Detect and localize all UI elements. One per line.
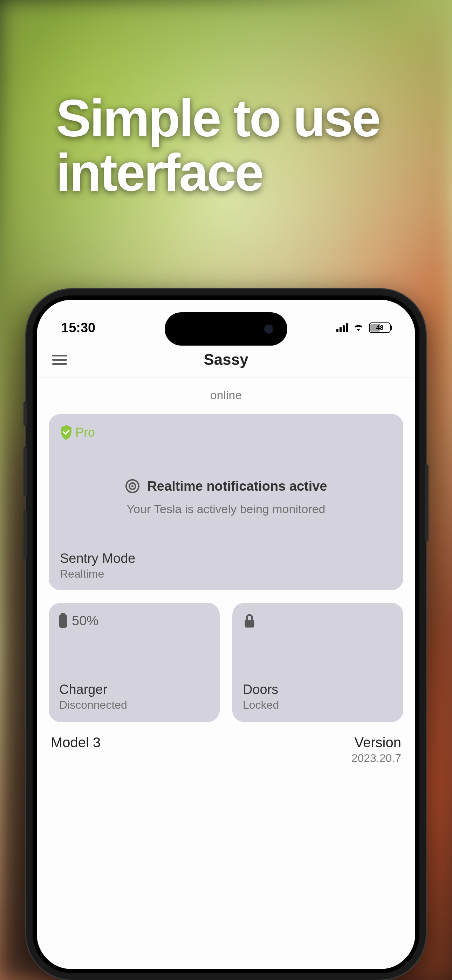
battery-pct: 48 — [376, 324, 383, 332]
app-title: Sassy — [204, 351, 248, 368]
cellular-signal-icon — [336, 323, 348, 332]
sentry-card-title: Sentry Mode — [60, 551, 392, 566]
vehicle-status: online — [49, 388, 403, 402]
battery-percentage: 50% — [72, 613, 99, 628]
menu-button[interactable] — [52, 355, 67, 365]
dynamic-island — [165, 312, 287, 345]
target-icon — [125, 479, 140, 494]
phone-side-button — [24, 401, 27, 426]
version-value: 2023.20.7 — [352, 752, 401, 765]
doors-card[interactable]: Doors Locked — [232, 603, 403, 722]
phone-volume-down — [24, 510, 27, 559]
app-header: Sassy — [37, 342, 415, 378]
headline-line-1: Simple to use — [56, 91, 379, 145]
battery-icon — [59, 614, 67, 628]
phone-frame: 15:30 48 Sass — [26, 289, 426, 980]
pro-badge: Pro — [60, 425, 392, 440]
marketing-headline: Simple to use interface — [56, 91, 379, 199]
svg-point-2 — [131, 485, 134, 487]
doors-status: Locked — [243, 698, 393, 711]
vehicle-model: Model 3 — [51, 735, 100, 751]
app-screen: 15:30 48 Sass — [37, 300, 415, 969]
vehicle-info-row: Model 3 Version 2023.20.7 — [49, 735, 403, 765]
charger-card[interactable]: 50% Charger Disconnected — [49, 603, 220, 722]
notification-title: Realtime notifications active — [147, 479, 327, 494]
pro-label: Pro — [75, 425, 95, 440]
notification-subtitle: Your Tesla is actively being monitored — [60, 502, 392, 516]
doors-card-title: Doors — [243, 682, 393, 697]
lock-icon — [243, 613, 256, 628]
phone-power-button — [425, 465, 428, 541]
wifi-icon — [353, 323, 364, 333]
sentry-mode-card[interactable]: Pro Realtime notifications active Your T… — [49, 414, 403, 590]
sentry-card-subtitle: Realtime — [60, 568, 392, 581]
version-label: Version — [352, 735, 401, 751]
status-indicators: 48 — [336, 323, 391, 333]
headline-line-2: interface — [56, 145, 379, 200]
charger-card-title: Charger — [59, 682, 209, 697]
phone-volume-up — [24, 447, 27, 496]
status-time: 15:30 — [61, 320, 95, 336]
battery-indicator: 48 — [369, 323, 391, 333]
svg-rect-3 — [245, 620, 255, 628]
charger-status: Disconnected — [59, 698, 209, 711]
shield-check-icon — [60, 425, 73, 440]
